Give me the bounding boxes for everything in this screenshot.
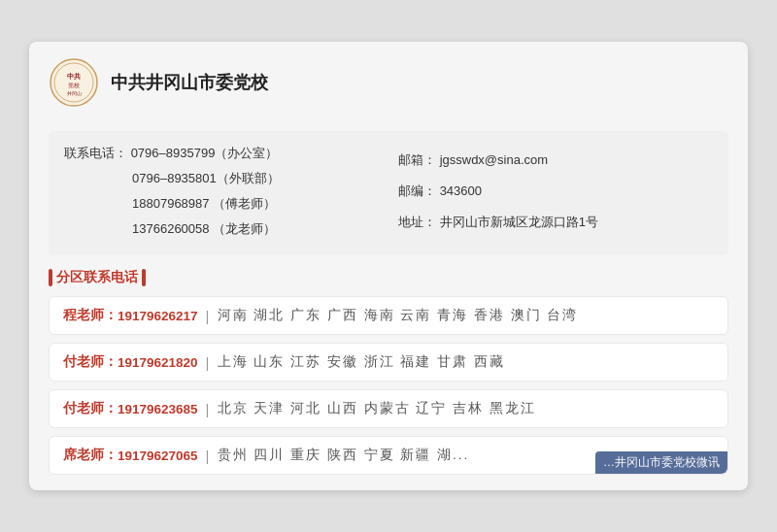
last-row-container: 席老师： 19179627065 | 贵州 四川 重庆 陕西 宁夏 新疆 湖..… <box>49 436 728 475</box>
areas-1: 上海 山东 江苏 安徽 浙江 福建 甘肃 西藏 <box>218 353 505 371</box>
header-section: 中共 党校 井冈山 中共井冈山市委党校 <box>49 57 728 117</box>
region-item-2: 付老师： 19179623685 | 北京 天津 河北 山西 内蒙古 辽宁 吉林… <box>49 389 728 428</box>
org-name: 中共井冈山市委党校 <box>111 71 268 94</box>
email-label: 邮箱： <box>398 152 436 167</box>
address-row: 地址： 井冈山市新城区龙源口路1号 <box>398 212 713 233</box>
section-divider: 分区联系电话 <box>49 269 728 286</box>
region-item-1: 付老师： 19179621820 | 上海 山东 江苏 安徽 浙江 福建 甘肃 … <box>49 343 728 382</box>
postcode-row: 邮编： 343600 <box>398 181 713 202</box>
phone-value-1: 0796–8935799（办公室） <box>131 146 279 160</box>
main-card: 中共 党校 井冈山 中共井冈山市委党校 联系电话： 0796–8935799（办… <box>29 42 748 490</box>
areas-2: 北京 天津 河北 山西 内蒙古 辽宁 吉林 黑龙江 <box>218 400 536 417</box>
svg-text:党校: 党校 <box>68 83 80 88</box>
phone-row-1: 联系电话： 0796–8935799（办公室） <box>64 143 379 164</box>
contact-info-box: 联系电话： 0796–8935799（办公室） 0796–8935801（外联部… <box>49 131 728 255</box>
watermark-badge: …井冈山市委党校微讯 <box>595 451 727 474</box>
phone-row-4: 13766260058 （龙老师） <box>64 218 379 240</box>
address-value: 井冈山市新城区龙源口路1号 <box>440 215 598 229</box>
contact-left: 联系电话： 0796–8935799（办公室） 0796–8935801（外联部… <box>64 143 379 244</box>
org-logo: 中共 党校 井冈山 <box>49 57 99 108</box>
svg-text:中共: 中共 <box>67 72 82 81</box>
left-divider-bar <box>49 269 52 286</box>
email-value: jgsswdx@sina.com <box>440 152 548 167</box>
address-label: 地址： <box>398 215 436 229</box>
separator-3: | <box>206 448 210 464</box>
phone-row-2: 0796–8935801（外联部） <box>64 168 379 189</box>
teacher-0: 程老师： <box>63 307 118 324</box>
phone-0: 19179626217 <box>118 309 198 323</box>
phone-value-4: 13766260058 （龙老师） <box>132 221 276 236</box>
region-item-0: 程老师： 19179626217 | 河南 湖北 广东 广西 海南 云南 青海 … <box>49 296 728 335</box>
contact-right: 邮箱： jgsswdx@sina.com 邮编： 343600 地址： 井冈山市… <box>398 143 713 244</box>
phone-value-2: 0796–8935801（外联部） <box>132 171 280 185</box>
phone-2: 19179623685 <box>118 402 198 416</box>
section-title: 分区联系电话 <box>56 269 138 286</box>
region-item-3: 席老师： 19179627065 | 贵州 四川 重庆 陕西 宁夏 新疆 湖..… <box>49 436 728 475</box>
areas-0: 河南 湖北 广东 广西 海南 云南 青海 香港 澳门 台湾 <box>218 307 579 324</box>
separator-1: | <box>206 354 210 371</box>
phone-value-3: 18807968987 （傅老师） <box>132 196 276 211</box>
teacher-2: 付老师： <box>63 400 118 417</box>
right-divider-bar <box>142 269 146 286</box>
separator-2: | <box>206 401 210 417</box>
postcode-value: 343600 <box>440 183 482 198</box>
svg-text:井冈山: 井冈山 <box>67 90 82 96</box>
phone-row-3: 18807968987 （傅老师） <box>64 193 379 215</box>
phone-label: 联系电话： <box>64 146 127 160</box>
separator-0: | <box>206 308 210 324</box>
regions-list: 程老师： 19179626217 | 河南 湖北 广东 广西 海南 云南 青海 … <box>49 296 728 475</box>
teacher-3: 席老师： <box>63 447 118 464</box>
postcode-label: 邮编： <box>398 183 436 198</box>
areas-3: 贵州 四川 重庆 陕西 宁夏 新疆 湖... <box>218 447 470 464</box>
teacher-1: 付老师： <box>63 353 118 371</box>
email-row: 邮箱： jgsswdx@sina.com <box>398 150 713 171</box>
phone-1: 19179621820 <box>118 355 198 370</box>
phone-3: 19179627065 <box>118 449 198 463</box>
